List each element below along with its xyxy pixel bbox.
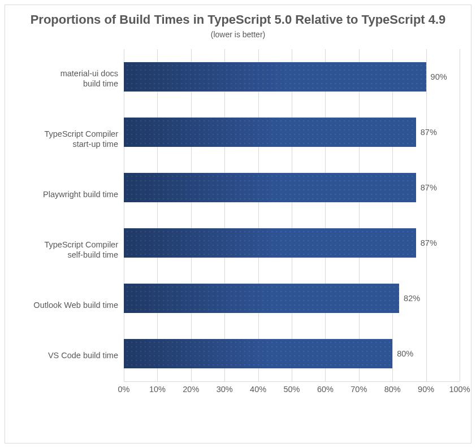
y-label: VS Code build time [16, 351, 124, 360]
bar-row: 87% [124, 118, 460, 147]
bar-value-label: 90% [431, 72, 447, 81]
x-tick-label: 40% [250, 385, 266, 394]
x-tick-label: 10% [149, 385, 166, 394]
x-tick-label: 50% [283, 385, 300, 394]
y-label: material-ui docs build time [16, 69, 124, 89]
bar-row: 82% [124, 284, 460, 313]
y-label: Outlook Web build time [16, 301, 124, 310]
x-tick-label: 70% [350, 385, 367, 394]
bar-row: 87% [124, 173, 460, 202]
x-axis: 0%10%20%30%40%50%60%70%80%90%100% [124, 381, 460, 399]
bar-value-label: 80% [397, 349, 413, 358]
x-tick-label: 90% [418, 385, 434, 394]
bar [124, 228, 416, 258]
y-axis-labels: material-ui docs build time TypeScript C… [16, 49, 124, 381]
bar [124, 284, 399, 313]
bars: 90% 87% 87% 87% [124, 49, 460, 381]
x-tick-label: 0% [118, 385, 130, 394]
chart-title: Proportions of Build Times in TypeScript… [16, 12, 460, 28]
bar-value-label: 87% [421, 183, 437, 192]
bar-value-label: 87% [421, 128, 437, 137]
x-tick-label: 30% [217, 385, 233, 394]
bar-row: 90% [124, 62, 460, 92]
y-label: TypeScript Compiler start-up time [16, 129, 124, 149]
x-tick-label: 20% [183, 385, 199, 394]
x-tick-label: 80% [384, 385, 401, 394]
bar-value-label: 87% [421, 238, 437, 247]
bar-value-label: 82% [404, 294, 420, 303]
bar [124, 173, 416, 202]
bar [124, 339, 392, 368]
bar [124, 62, 426, 92]
x-tick-label: 100% [449, 385, 470, 394]
gridline [460, 49, 460, 381]
bar-row: 80% [124, 339, 460, 368]
chart-subtitle: (lower is better) [16, 30, 460, 39]
y-label: TypeScript Compiler self-build time [16, 240, 124, 260]
x-axis-line [124, 381, 460, 382]
plot-body: material-ui docs build time TypeScript C… [16, 49, 460, 381]
x-tick-label: 60% [317, 385, 334, 394]
bar-row: 87% [124, 228, 460, 258]
title-block: Proportions of Build Times in TypeScript… [16, 12, 460, 39]
plot-area: material-ui docs build time TypeScript C… [16, 49, 460, 399]
chart-card: Proportions of Build Times in TypeScript… [5, 5, 471, 443]
grid-area: 90% 87% 87% 87% [124, 49, 460, 381]
y-label: Playwright build time [16, 190, 124, 199]
bar [124, 118, 416, 147]
